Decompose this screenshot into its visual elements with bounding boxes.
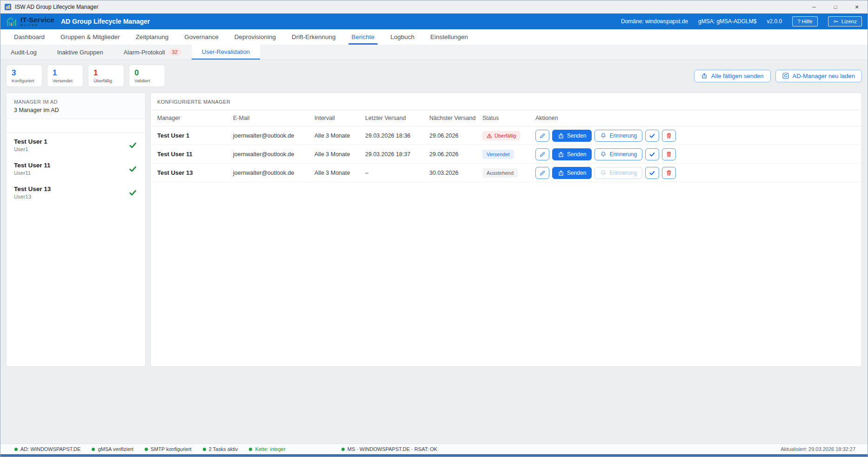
green-dot-icon: [203, 448, 206, 451]
cell-intervall: Alle 3 Monate: [314, 132, 365, 139]
cell-naechster-versand: 30.03.2026: [429, 170, 482, 176]
status-gmsa: gMSA verifiziert: [92, 446, 133, 452]
col-naechster-versand: Nächster Versand: [429, 115, 482, 121]
edit-button[interactable]: [535, 167, 549, 179]
check-icon: [649, 151, 655, 158]
managers-sidebar: MANAGER IM AD 3 Manager im AD Test User …: [6, 93, 146, 367]
col-email: E-Mail: [233, 115, 314, 121]
alarm-count-badge: 32: [168, 48, 181, 56]
stat-label: Versendet: [53, 78, 78, 83]
validate-button[interactable]: [645, 148, 659, 160]
cell-manager: Test User 1: [157, 132, 233, 139]
tab-governance[interactable]: Governance: [176, 29, 227, 45]
cell-email: joernwalter@outlook.de: [233, 151, 314, 158]
tab-logbuch[interactable]: Logbuch: [382, 29, 422, 45]
send-button[interactable]: Senden: [552, 130, 592, 142]
license-button[interactable]: Lizenz: [828, 16, 862, 26]
col-status: Status: [482, 115, 535, 121]
delete-button[interactable]: [662, 167, 676, 179]
stats-row: 3 Konfiguriert 1 Versendet 1 Überfällig …: [6, 65, 862, 87]
subtab-user-revalidation[interactable]: User-Revalidation: [192, 45, 260, 60]
manager-list-item[interactable]: Test User 13 User13: [7, 180, 145, 204]
brand-subtitle: WALTER: [20, 24, 54, 26]
main-nav: Dashboard Gruppen & Mitglieder Zeitplanu…: [0, 29, 868, 45]
pencil-icon: [539, 151, 546, 158]
tab-berichte[interactable]: Berichte: [344, 29, 383, 45]
reminder-button-disabled[interactable]: Erinnerung: [594, 167, 642, 179]
manager-sam: User13: [14, 194, 51, 199]
status-bar: AD: WINDOWSPAPST.DE gMSA verifiziert SMT…: [0, 444, 868, 454]
sidebar-title: MANAGER IM AD: [14, 99, 138, 105]
trash-icon: [666, 151, 672, 158]
cell-intervall: Alle 3 Monate: [314, 151, 365, 158]
app-window: ISW AD Group Lifecycle Manager ─ □ ✕ IT-…: [0, 0, 868, 457]
reminder-button[interactable]: Erinnerung: [594, 148, 642, 160]
green-dot-icon: [92, 448, 95, 451]
cell-manager: Test User 11: [157, 151, 233, 158]
manager-list-item[interactable]: Test User 11 User11: [7, 157, 145, 180]
stat-label: Konfiguriert: [12, 78, 37, 83]
stat-card-versendet: 1 Versendet: [47, 65, 83, 87]
green-dot-icon: [14, 448, 18, 451]
stat-card-konfiguriert: 3 Konfiguriert: [6, 65, 42, 87]
delete-button[interactable]: [662, 148, 676, 160]
send-icon: [558, 151, 564, 158]
minimize-button[interactable]: ─: [803, 0, 825, 13]
col-aktionen: Aktionen: [535, 115, 861, 121]
table-row: Test User 11 joernwalter@outlook.de Alle…: [151, 145, 861, 164]
status-badge-pending: Ausstehend: [482, 168, 518, 178]
send-icon: [558, 170, 564, 176]
subtab-audit-log[interactable]: Audit-Log: [0, 45, 47, 60]
reload-icon: [782, 73, 789, 79]
status-badge-sent: Versendet: [482, 150, 514, 159]
help-button[interactable]: ? Hilfe: [792, 16, 818, 26]
col-manager: Manager: [157, 115, 233, 121]
check-icon: [129, 141, 137, 149]
status-badge-overdue: Überfällig: [482, 131, 520, 140]
table-header: Manager E-Mail Intervall Letzter Versand…: [151, 110, 861, 126]
cell-letzter-versand: –: [365, 170, 429, 176]
reload-ad-managers-button[interactable]: AD-Manager neu laden: [775, 70, 862, 82]
tab-einstellungen[interactable]: Einstellungen: [422, 29, 476, 45]
manager-name: Test User 1: [14, 138, 47, 145]
reminder-button[interactable]: Erinnerung: [594, 130, 642, 142]
green-dot-icon: [249, 448, 252, 451]
send-button[interactable]: Senden: [552, 167, 592, 179]
manager-sam: User11: [14, 170, 51, 176]
tab-zeitplanung[interactable]: Zeitplanung: [128, 29, 177, 45]
validate-button[interactable]: [645, 130, 659, 142]
row-actions: Senden Erinnerung: [535, 148, 861, 160]
manager-name: Test User 13: [14, 185, 51, 192]
row-actions: Senden Erinnerung: [535, 130, 861, 142]
manager-name: Test User 11: [14, 162, 51, 169]
status-kette: Kette: integer: [249, 446, 285, 452]
close-button[interactable]: ✕: [846, 0, 868, 13]
bell-icon: [600, 170, 607, 176]
tab-deprovisioning[interactable]: Deprovisioning: [227, 29, 284, 45]
validate-button[interactable]: [645, 167, 659, 179]
last-updated: Aktualisiert: 29.03.2026 18:32:27: [781, 446, 855, 452]
edit-button[interactable]: [535, 148, 549, 160]
manager-list-item[interactable]: Test User 1 User1: [7, 133, 145, 157]
maximize-button[interactable]: □: [825, 0, 846, 13]
pencil-icon: [539, 132, 546, 139]
check-icon: [129, 165, 137, 173]
page-title: AD Group Lifecycle Manager: [61, 18, 150, 25]
send-all-due-button[interactable]: Alle fälligen senden: [694, 70, 771, 82]
table-title: KONFIGURIERTE MANAGER: [151, 93, 861, 110]
edit-button[interactable]: [535, 130, 549, 142]
send-button[interactable]: Senden: [552, 148, 592, 160]
tab-dashboard[interactable]: Dashboard: [6, 29, 53, 45]
subtab-alarm-protokoll[interactable]: Alarm-Protokoll 32: [114, 45, 192, 60]
content-area: 3 Konfiguriert 1 Versendet 1 Überfällig …: [0, 60, 868, 444]
stat-value: 3: [12, 68, 37, 78]
tab-drift-erkennung[interactable]: Drift-Erkennung: [284, 29, 344, 45]
tab-gruppen-mitglieder[interactable]: Gruppen & Mitglieder: [53, 29, 128, 45]
toolbar: Alle fälligen senden AD-Manager neu lade…: [694, 70, 862, 82]
bell-icon: [600, 151, 607, 158]
brand-logo: IT-Service WALTER: [6, 15, 54, 27]
delete-button[interactable]: [662, 130, 676, 142]
subtab-inaktive-gruppen[interactable]: Inaktive Gruppen: [47, 45, 114, 60]
status-ad: AD: WINDOWSPAPST.DE: [14, 446, 80, 452]
cell-letzter-versand: 29.03.2026 18:36: [365, 132, 429, 139]
